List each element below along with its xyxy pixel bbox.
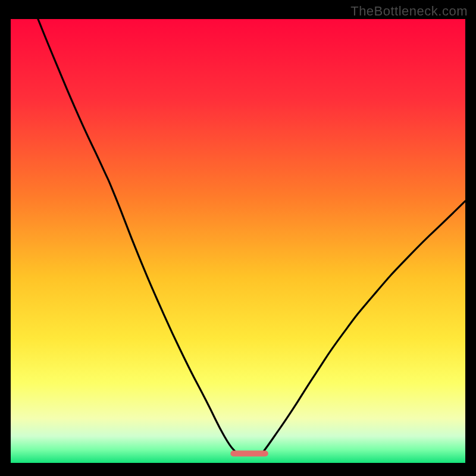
chart-frame: TheBottleneck.com bbox=[0, 0, 476, 476]
plot-area bbox=[11, 19, 465, 463]
watermark-text: TheBottleneck.com bbox=[350, 4, 468, 19]
gradient-background bbox=[11, 19, 465, 463]
chart-svg bbox=[11, 19, 465, 463]
